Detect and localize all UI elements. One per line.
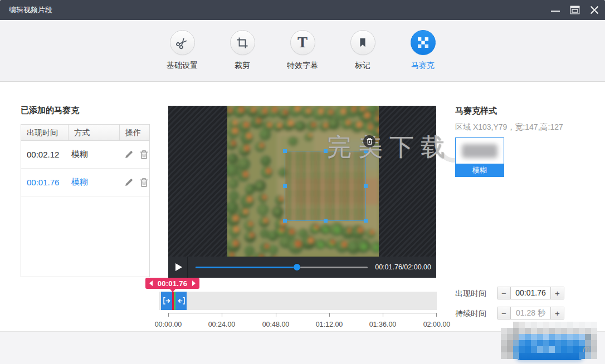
censor-pixel — [507, 334, 513, 341]
duration-increase-button[interactable]: + — [550, 307, 564, 319]
censor-pixel — [573, 340, 579, 347]
mosaic-icon — [411, 30, 436, 55]
censor-pixel — [579, 346, 585, 353]
resize-handle-s[interactable] — [324, 219, 328, 223]
delete-row-button[interactable] — [138, 149, 149, 160]
appear-time-increase-button[interactable]: + — [550, 287, 564, 299]
tick-label: 01:12.00 — [307, 321, 352, 328]
table-row[interactable]: 00:01.76 模糊 — [21, 169, 149, 196]
censor-pixel — [555, 328, 561, 335]
censor-pixel — [579, 334, 585, 341]
tab-subtitle-effects[interactable]: T 特效字幕 — [277, 30, 328, 71]
region-info: 区域 X103,Y79，宽:147,高:127 — [455, 122, 563, 132]
censor-pixel — [561, 340, 567, 347]
minimize-button[interactable] — [547, 0, 564, 20]
ruler-tick — [436, 313, 437, 317]
mosaic-blur-preview — [285, 151, 365, 220]
nudge-left-icon[interactable] — [149, 281, 153, 286]
censor-pixel — [531, 322, 537, 328]
duration-decrease-button[interactable]: − — [497, 307, 511, 319]
title-bar: 编辑视频片段 — [0, 0, 605, 20]
censor-pixel — [543, 346, 549, 353]
censor-pixel — [567, 334, 573, 341]
censor-pixel — [525, 328, 531, 335]
censor-pixel — [567, 340, 573, 347]
censor-pixel — [579, 328, 585, 335]
censor-pixel — [549, 322, 555, 328]
censor-pixel — [537, 334, 543, 341]
censor-pixel — [501, 340, 507, 347]
playhead-time-flag[interactable]: 00:01.76 — [145, 278, 199, 289]
edit-row-button[interactable] — [123, 177, 134, 188]
ruler-tick — [276, 313, 276, 317]
censor-pixel — [585, 352, 591, 359]
pencil-icon — [125, 150, 133, 159]
appear-time-decrease-button[interactable]: − — [497, 287, 511, 299]
ruler-tick — [168, 313, 169, 317]
censor-pixel — [501, 352, 507, 359]
censor-pixel — [543, 340, 549, 347]
playhead-time-value: 00:01.76 — [158, 279, 188, 288]
toolbar: 基础设置 裁剪 T 特效字幕 — [0, 20, 605, 82]
style-preview — [456, 138, 504, 164]
edit-row-button[interactable] — [123, 149, 134, 160]
censor-pixel — [555, 346, 561, 353]
resize-handle-nw[interactable] — [283, 149, 287, 153]
resize-handle-ne[interactable] — [364, 149, 368, 153]
appear-time-value[interactable]: 00:01.76 — [511, 287, 550, 299]
segment-start-button[interactable] — [161, 292, 172, 310]
censor-pixel — [531, 346, 537, 353]
row-time: 00:02.12 — [21, 150, 66, 159]
censor-pixel — [501, 328, 507, 335]
censor-pixel — [549, 328, 555, 335]
tab-label: 标记 — [338, 61, 388, 71]
censor-pixel — [519, 334, 525, 341]
censor-pixel — [519, 346, 525, 353]
censor-pixel — [573, 334, 579, 341]
bracket-arrow-left-icon — [178, 297, 185, 304]
censor-pixel — [585, 346, 591, 353]
censor-pixel — [567, 322, 573, 328]
table-row[interactable]: 00:02.12 模糊 — [21, 141, 149, 169]
mosaic-region-box[interactable] — [285, 151, 366, 221]
video-stage[interactable] — [168, 106, 436, 257]
censor-pixel — [513, 328, 519, 335]
close-button[interactable] — [586, 0, 603, 20]
censor-pixel — [591, 352, 597, 359]
ruler-tick — [329, 313, 330, 317]
duration-label: 持续时间 — [455, 309, 486, 319]
tab-basic-settings[interactable]: 基础设置 — [157, 30, 207, 71]
timeline-track[interactable] — [159, 292, 437, 310]
tab-mosaic[interactable]: 马赛克 — [398, 30, 448, 71]
censor-pixel — [525, 346, 531, 353]
close-icon — [591, 6, 599, 14]
scissors-icon — [170, 30, 195, 55]
tab-mark[interactable]: 标记 — [338, 30, 388, 71]
duration-value[interactable]: 01.28 秒 — [511, 307, 550, 319]
bookmark-icon — [350, 30, 375, 55]
delete-region-button[interactable] — [363, 135, 375, 147]
segment-end-button[interactable] — [175, 292, 187, 310]
censor-pixel — [585, 340, 591, 347]
seek-thumb[interactable] — [294, 264, 300, 270]
resize-handle-sw[interactable] — [283, 219, 287, 223]
video-player: 00:01.76/02:00.00 — [168, 106, 436, 278]
censor-pixel — [519, 322, 525, 328]
resize-handle-w[interactable] — [283, 184, 287, 188]
censor-pixel — [501, 346, 507, 353]
play-button[interactable] — [168, 257, 188, 278]
mosaic-style-card[interactable]: 模糊 — [455, 137, 504, 177]
edit-video-clip-window: 编辑视频片段 — [0, 0, 605, 364]
censor-pixel — [525, 334, 531, 341]
maximize-button[interactable] — [567, 0, 583, 20]
seek-bar[interactable] — [196, 267, 368, 268]
resize-handle-n[interactable] — [324, 149, 328, 153]
tab-crop[interactable]: 裁剪 — [217, 30, 267, 71]
resize-handle-se[interactable] — [364, 219, 368, 223]
resize-handle-e[interactable] — [364, 184, 368, 188]
nudge-right-icon[interactable] — [192, 281, 196, 286]
column-header-method: 方式 — [68, 125, 119, 140]
trash-icon — [140, 150, 148, 159]
maximize-icon — [570, 6, 580, 14]
delete-row-button[interactable] — [138, 177, 149, 188]
